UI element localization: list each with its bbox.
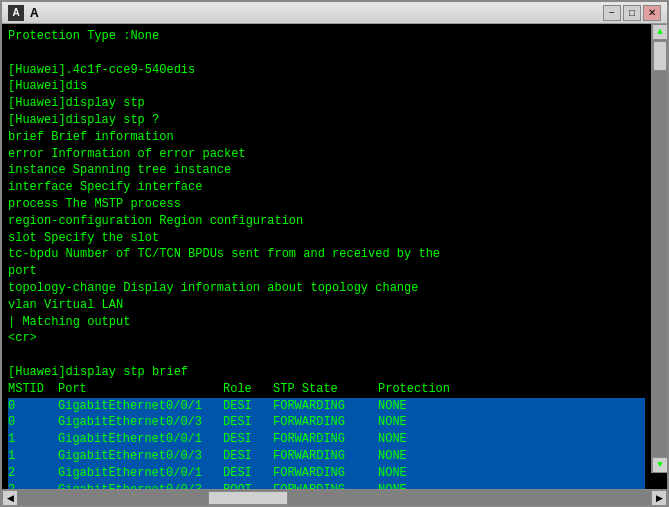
cell-mstid: 0 — [8, 414, 58, 431]
col-role-header: Role — [223, 381, 273, 398]
line-instance: instance Spanning tree instance — [8, 162, 645, 179]
cell-state: FORWARDING — [273, 465, 378, 482]
cell-mstid: 2 — [8, 482, 58, 489]
table-row: 0GigabitEthernet0/0/3DESIFORWARDINGNONE — [8, 414, 645, 431]
scroll-down-button[interactable]: ▼ — [652, 457, 667, 473]
line-error: error Information of error packet — [8, 146, 645, 163]
line-protection-type: Protection Type :None — [8, 28, 645, 45]
minimize-button[interactable]: − — [603, 5, 621, 21]
cell-state: FORWARDING — [273, 431, 378, 448]
line-cmd4: [Huawei]display stp ? — [8, 112, 645, 129]
cell-protection: NONE — [378, 448, 458, 465]
window-title: A — [30, 6, 603, 20]
line-interface: interface Specify interface — [8, 179, 645, 196]
table-row: 0GigabitEthernet0/0/1DESIFORWARDINGNONE — [8, 398, 645, 415]
scroll-track-h[interactable] — [18, 490, 651, 505]
table-row: 1GigabitEthernet0/0/1DESIFORWARDINGNONE — [8, 431, 645, 448]
cell-mstid: 1 — [8, 448, 58, 465]
col-port-header: Port — [58, 381, 223, 398]
line-cr: <cr> — [8, 330, 645, 347]
table-row: 2GigabitEthernet0/0/1DESIFORWARDINGNONE — [8, 465, 645, 482]
cell-port: GigabitEthernet0/0/1 — [58, 398, 223, 415]
line-slot: slot Specify the slot — [8, 230, 645, 247]
col-state-header: STP State — [273, 381, 378, 398]
col-protection-header: Protection — [378, 381, 458, 398]
line-vlan: vlan Virtual LAN — [8, 297, 645, 314]
line-blank2 — [8, 347, 645, 364]
cell-mstid: 2 — [8, 465, 58, 482]
title-bar: A A − □ ✕ — [2, 2, 667, 24]
close-button[interactable]: ✕ — [643, 5, 661, 21]
table-row: 1GigabitEthernet0/0/3DESIFORWARDINGNONE — [8, 448, 645, 465]
cell-port: GigabitEthernet0/0/3 — [58, 414, 223, 431]
main-window: A A − □ ✕ Protection Type :None [Huawei]… — [0, 0, 669, 507]
cell-role: DESI — [223, 414, 273, 431]
cell-protection: NONE — [378, 482, 458, 489]
table-header: MSTIDPortRoleSTP StateProtection — [8, 381, 645, 398]
terminal-content: Protection Type :None [Huawei].4c1f-cce9… — [8, 28, 645, 489]
line-brief: brief Brief information — [8, 129, 645, 146]
line-cmd3: [Huawei]display stp — [8, 95, 645, 112]
line-blank1 — [8, 45, 645, 62]
cell-state: FORWARDING — [273, 398, 378, 415]
cell-port: GigabitEthernet0/0/3 — [58, 482, 223, 489]
line-cmd2: [Huawei]dis — [8, 78, 645, 95]
window-icon: A — [8, 5, 24, 21]
cell-port: GigabitEthernet0/0/1 — [58, 465, 223, 482]
line-topology: topology-change Display information abou… — [8, 280, 645, 297]
line-pipe: | Matching output — [8, 314, 645, 331]
scroll-thumb-h[interactable] — [208, 491, 288, 505]
line-cmd1: [Huawei].4c1f-cce9-540edis — [8, 62, 645, 79]
cell-state: FORWARDING — [273, 482, 378, 489]
cell-mstid: 0 — [8, 398, 58, 415]
cell-protection: NONE — [378, 414, 458, 431]
cell-port: GigabitEthernet0/0/3 — [58, 448, 223, 465]
line-port: port — [8, 263, 645, 280]
scroll-left-button[interactable]: ◀ — [2, 490, 18, 506]
cell-protection: NONE — [378, 398, 458, 415]
cell-role: ROOT — [223, 482, 273, 489]
cell-state: FORWARDING — [273, 414, 378, 431]
cell-mstid: 1 — [8, 431, 58, 448]
cell-role: DESI — [223, 398, 273, 415]
cell-role: DESI — [223, 431, 273, 448]
col-mstid-header: MSTID — [8, 381, 58, 398]
horizontal-scrollbar[interactable]: ◀ ▶ — [2, 489, 667, 505]
line-process: process The MSTP process — [8, 196, 645, 213]
line-region: region-configuration Region configuratio… — [8, 213, 645, 230]
table-row: 2GigabitEthernet0/0/3ROOTFORWARDINGNONE — [8, 482, 645, 489]
cell-protection: NONE — [378, 431, 458, 448]
scroll-up-button[interactable]: ▲ — [652, 24, 667, 40]
cell-protection: NONE — [378, 465, 458, 482]
cell-state: FORWARDING — [273, 448, 378, 465]
cell-role: DESI — [223, 465, 273, 482]
window-icon-label: A — [12, 7, 19, 18]
cell-port: GigabitEthernet0/0/1 — [58, 431, 223, 448]
line-cmd5: [Huawei]display stp brief — [8, 364, 645, 381]
vertical-scrollbar[interactable]: ▲ ▼ — [651, 24, 667, 473]
line-tcbpdu: tc-bpdu Number of TC/TCN BPDUs sent from… — [8, 246, 645, 263]
maximize-button[interactable]: □ — [623, 5, 641, 21]
scroll-track-v[interactable] — [652, 40, 667, 457]
terminal-window[interactable]: Protection Type :None [Huawei].4c1f-cce9… — [2, 24, 667, 489]
window-controls: − □ ✕ — [603, 5, 661, 21]
scroll-right-button[interactable]: ▶ — [651, 490, 667, 506]
scroll-thumb-v[interactable] — [653, 41, 667, 71]
cell-role: DESI — [223, 448, 273, 465]
